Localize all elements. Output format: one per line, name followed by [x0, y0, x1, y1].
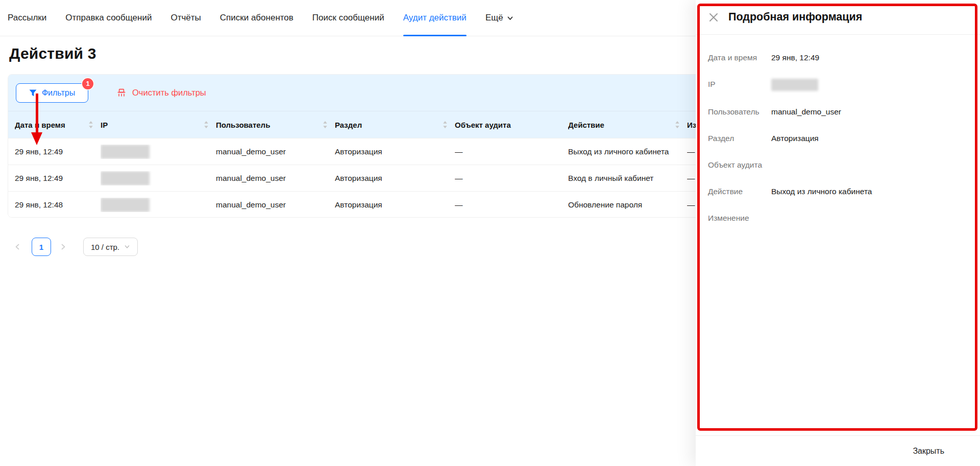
- column-header-datetime[interactable]: Дата и время: [15, 121, 101, 129]
- field-label: IP: [708, 79, 771, 91]
- column-label: IP: [101, 121, 108, 129]
- clear-filters-icon: [116, 88, 127, 98]
- tab-otchety[interactable]: Отчёты: [170, 0, 201, 36]
- filters-button[interactable]: Фильтры 1: [16, 83, 88, 103]
- tab-label: Аудит действий: [403, 13, 467, 23]
- chevron-down-icon: [507, 15, 513, 21]
- prev-page-button[interactable]: [14, 243, 20, 250]
- drawer-field-change: Изменение: [708, 213, 968, 224]
- tab-otpravka-soobshcheniy[interactable]: Отправка сообщений: [65, 0, 152, 36]
- filter-icon: [29, 89, 37, 97]
- redacted-ip-block: [101, 198, 150, 212]
- cell-user: manual_demo_user: [216, 174, 335, 183]
- column-label: Объект аудита: [455, 121, 511, 129]
- drawer-body: Дата и время 29 янв, 12:49 IP Пользовате…: [696, 35, 980, 224]
- drawer-header: Подробная информация: [696, 0, 980, 35]
- tab-poisk-soobshcheniy[interactable]: Поиск сообщений: [312, 0, 384, 36]
- table-row[interactable]: 29 янв, 12:49 manual_demo_user Авторизац…: [8, 138, 712, 165]
- cell-section: Авторизация: [335, 147, 455, 156]
- next-page-button[interactable]: [60, 243, 66, 250]
- field-label: Объект аудита: [708, 159, 771, 171]
- table-header: Дата и время IP Пользователь Раздел Объе…: [8, 111, 712, 138]
- field-value: manual_demo_user: [771, 106, 841, 118]
- cell-user: manual_demo_user: [216, 147, 335, 156]
- tab-more[interactable]: Ещё: [485, 0, 513, 36]
- cell-action: Обновление пароля: [568, 200, 687, 209]
- column-header-audit-object: Объект аудита: [455, 121, 568, 129]
- chevron-right-icon: [60, 243, 66, 250]
- cell-action: Вход в личный кабинет: [568, 174, 687, 183]
- filter-bar: Фильтры 1 Очистить фильтры: [8, 75, 712, 111]
- cell-section: Авторизация: [335, 174, 455, 183]
- column-header-user[interactable]: Пользователь: [216, 121, 335, 129]
- tab-label: Ещё: [485, 13, 503, 23]
- details-drawer: Подробная информация Дата и время 29 янв…: [696, 0, 980, 466]
- drawer-field-ip: IP: [708, 79, 968, 91]
- field-label: Действие: [708, 186, 771, 197]
- cell-audit-object: —: [455, 200, 568, 209]
- field-label: Дата и время: [708, 52, 771, 63]
- page-1-button[interactable]: 1: [32, 238, 51, 256]
- filters-button-label: Фильтры: [42, 88, 75, 98]
- drawer-footer: Закрыть: [696, 435, 980, 466]
- drawer-field-user: Пользователь manual_demo_user: [708, 106, 968, 118]
- drawer-field-section: Раздел Авторизация: [708, 133, 968, 144]
- drawer-field-action: Действие Выход из личного кабинета: [708, 186, 968, 197]
- cell-audit-object: —: [455, 174, 568, 183]
- pagination: 1 10 / стр.: [14, 238, 138, 256]
- field-label: Пользователь: [708, 106, 771, 118]
- field-label: Раздел: [708, 133, 771, 144]
- drawer-field-audit-object: Объект аудита: [708, 159, 968, 171]
- field-value: Выход из личного кабинета: [771, 186, 872, 197]
- sort-icon: [443, 121, 448, 128]
- filter-count-badge: 1: [82, 78, 93, 89]
- cell-action: Выход из личного кабинета: [568, 147, 687, 156]
- redacted-ip-block: [101, 171, 150, 185]
- table-row[interactable]: 29 янв, 12:49 manual_demo_user Авторизац…: [8, 165, 712, 191]
- chevron-down-icon: [124, 244, 130, 250]
- cell-ip: [101, 145, 216, 159]
- column-label: Раздел: [335, 121, 362, 129]
- drawer-field-datetime: Дата и время 29 янв, 12:49: [708, 52, 968, 63]
- cell-datetime: 29 янв, 12:49: [15, 174, 101, 183]
- cell-ip: [101, 171, 216, 185]
- drawer-close-x-button[interactable]: [708, 12, 719, 23]
- column-header-section[interactable]: Раздел: [335, 121, 455, 129]
- sort-icon: [88, 121, 93, 128]
- redacted-ip-block: [771, 79, 818, 91]
- cell-user: manual_demo_user: [216, 200, 335, 209]
- page-size-label: 10 / стр.: [91, 243, 119, 251]
- active-tab-underline: [403, 35, 467, 36]
- table-row[interactable]: 29 янв, 12:48 manual_demo_user Авторизац…: [8, 191, 712, 218]
- tab-spiski-abonentov[interactable]: Списки абонентов: [220, 0, 293, 36]
- close-icon: [708, 12, 719, 23]
- tab-audit-deystviy[interactable]: Аудит действий: [403, 0, 467, 36]
- cell-audit-object: —: [455, 147, 568, 156]
- column-header-ip[interactable]: IP: [101, 121, 216, 129]
- chevron-left-icon: [14, 243, 20, 250]
- sort-icon: [675, 121, 680, 128]
- cell-datetime: 29 янв, 12:48: [15, 200, 101, 209]
- drawer-close-button[interactable]: Закрыть: [913, 447, 944, 456]
- sort-icon: [204, 121, 209, 128]
- column-header-action[interactable]: Действие: [568, 121, 687, 129]
- clear-filters-button[interactable]: Очистить фильтры: [116, 75, 206, 111]
- clear-filters-label: Очистить фильтры: [132, 88, 206, 98]
- field-value: [771, 79, 818, 91]
- column-label: Дата и время: [15, 121, 65, 129]
- tab-rassylki[interactable]: Рассылки: [8, 0, 46, 36]
- page-title: Действий 3: [9, 45, 96, 62]
- redacted-ip-block: [101, 145, 150, 159]
- audit-table-card: Фильтры 1 Очистить фильтры Дата и время …: [8, 74, 712, 218]
- field-value: Авторизация: [771, 133, 819, 144]
- column-label: Действие: [568, 121, 604, 129]
- field-value: 29 янв, 12:49: [771, 52, 819, 63]
- cell-datetime: 29 янв, 12:49: [15, 147, 101, 156]
- cell-section: Авторизация: [335, 200, 455, 209]
- page-size-select[interactable]: 10 / стр.: [83, 238, 138, 256]
- column-label: Пользователь: [216, 121, 270, 129]
- drawer-title: Подробная информация: [728, 11, 862, 24]
- cell-ip: [101, 198, 216, 212]
- sort-icon: [323, 121, 328, 128]
- field-label: Изменение: [708, 213, 771, 224]
